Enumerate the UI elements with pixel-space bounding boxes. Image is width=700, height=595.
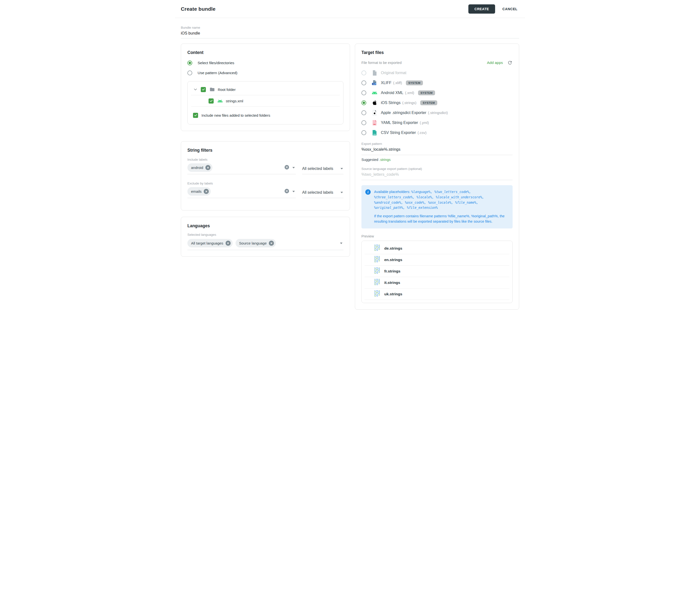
svg-text:LIFF: LIFF <box>373 83 377 85</box>
chip-android-label: android <box>191 166 203 170</box>
system-badge: SYSTEM <box>418 90 435 95</box>
preview-box: de.strings en.strings fr.strings it.stri… <box>361 240 513 303</box>
preview-file-row: fr.strings <box>362 266 512 277</box>
format-radio[interactable] <box>361 90 366 95</box>
include-new-files-row[interactable]: Include new files added to selected fold… <box>188 112 343 119</box>
language-chip[interactable]: All target languages ✕ <box>187 239 233 248</box>
preview-divider <box>365 300 509 300</box>
bundle-name-input[interactable]: iOS bundle <box>181 29 519 38</box>
apple-icon <box>372 100 377 106</box>
strings-file-icon <box>374 290 380 298</box>
cancel-button[interactable]: CANCEL <box>501 7 519 11</box>
tree-row-root-folder[interactable]: Root folder <box>188 84 343 95</box>
exclude-labels-caret-icon[interactable] <box>292 191 295 192</box>
export-pattern-label: Export pattern <box>361 142 513 146</box>
chevron-down-icon[interactable] <box>193 87 198 92</box>
language-chip-label: All target languages <box>191 241 223 245</box>
language-chip[interactable]: Source language ✕ <box>235 239 276 248</box>
format-option-xliff[interactable]: XLIFF XLIFF (.xliff) SYSTEM <box>361 78 513 88</box>
languages-card: Languages Selected languages All target … <box>181 217 350 257</box>
radio-use-pattern-control[interactable] <box>187 70 192 75</box>
include-new-files-checkbox[interactable] <box>193 113 198 118</box>
selected-languages-label: Selected languages <box>187 233 343 236</box>
refresh-icon[interactable] <box>507 60 513 65</box>
format-list: Original format XLIFF XLIFF (.xliff) SYS… <box>361 68 513 138</box>
format-option-ios-strings[interactable]: iOS Strings (.strings) SYSTEM <box>361 98 513 108</box>
string-filters-card: String filters Include labels android ✕ <box>181 141 350 210</box>
strings-file-icon <box>374 256 380 263</box>
android-icon <box>217 98 223 104</box>
preview-file-name: it.strings <box>384 281 400 285</box>
format-radio[interactable] <box>361 110 366 115</box>
format-radio <box>361 70 366 75</box>
add-apps-link[interactable]: Add apps <box>487 60 503 65</box>
radio-use-pattern[interactable]: Use pattern (Advanced) <box>187 70 343 75</box>
format-option-yaml-string-exporter[interactable]: YML YAML String Exporter (.yml) <box>361 118 513 128</box>
svg-text:CSV: CSV <box>373 134 376 135</box>
radio-select-files[interactable]: Select files/directories <box>187 60 343 65</box>
suggested-line: Suggested .strings <box>361 158 513 162</box>
info-icon: i <box>365 189 371 195</box>
exclude-labels-mode-select[interactable]: All selected labels <box>302 190 343 198</box>
export-pattern-input[interactable]: %osx_locale%.strings <box>361 146 513 155</box>
clear-exclude-labels-icon[interactable] <box>284 188 289 195</box>
preview-file-name: uk.strings <box>384 292 402 296</box>
tree-row-strings-xml[interactable]: strings.xml <box>188 95 343 107</box>
include-labels-caret-icon[interactable] <box>292 167 295 168</box>
exclude-labels-mode-value: All selected labels <box>302 190 333 195</box>
preview-file-name: de.strings <box>384 246 402 251</box>
bundle-name-label: Bundle name <box>181 26 519 29</box>
preview-file-name: en.strings <box>384 258 402 262</box>
placeholders-info-box: i Available placeholders: %language%, %t… <box>361 185 513 228</box>
android-icon <box>372 90 377 96</box>
format-option-android-xml[interactable]: Android XML (.xml) SYSTEM <box>361 88 513 98</box>
format-option-original-format: Original format <box>361 68 513 78</box>
include-labels-input[interactable]: android ✕ <box>187 161 296 174</box>
languages-caret-icon[interactable] <box>340 243 342 244</box>
include-labels-mode-value: All selected labels <box>302 167 333 171</box>
preview-file-row: uk.strings <box>362 288 512 300</box>
target-files-title: Target files <box>361 50 513 55</box>
source-pattern-field: Source language export pattern (optional… <box>361 167 513 180</box>
info-note: If the export pattern contains filename … <box>374 214 508 224</box>
include-labels-label: Include labels <box>187 158 343 161</box>
source-pattern-input[interactable]: %two_letters_code% <box>361 171 513 180</box>
language-chip-label: Source language <box>239 241 267 245</box>
source-pattern-label: Source language export pattern (optional… <box>361 167 513 171</box>
language-chip-remove-icon[interactable]: ✕ <box>269 240 274 246</box>
format-radio[interactable] <box>361 130 366 135</box>
radio-use-pattern-label: Use pattern (Advanced) <box>198 71 237 75</box>
info-text: Available placeholders: %language%, %two… <box>374 189 508 224</box>
format-option-apple-stringsdict-exporter[interactable]: Apple .stringsdict Exporter (.stringsdic… <box>361 108 513 118</box>
chip-android-remove-icon[interactable]: ✕ <box>205 165 211 170</box>
export-pattern-field: Export pattern %osx_locale%.strings <box>361 142 513 155</box>
strings-xml-checkbox[interactable] <box>208 98 214 104</box>
suggested-label: Suggested <box>361 158 378 162</box>
stringsdict-icon <box>372 110 377 116</box>
suggested-value[interactable]: .strings <box>379 158 391 162</box>
language-chip-remove-icon[interactable]: ✕ <box>226 240 231 246</box>
format-radio[interactable] <box>361 120 366 125</box>
file-icon <box>372 70 377 76</box>
strings-file-icon <box>374 279 380 286</box>
root-folder-checkbox[interactable] <box>201 87 206 92</box>
radio-select-files-control[interactable] <box>187 60 192 65</box>
languages-title: Languages <box>187 223 343 228</box>
exclude-labels-input[interactable]: emails ✕ <box>187 185 296 198</box>
radio-select-files-label: Select files/directories <box>198 61 234 65</box>
format-radio[interactable] <box>361 81 366 85</box>
include-labels-mode-select[interactable]: All selected labels <box>302 167 343 174</box>
create-button[interactable]: CREATE <box>468 4 495 13</box>
content-title: Content <box>187 50 343 55</box>
clear-include-labels-icon[interactable] <box>284 165 289 171</box>
chip-emails-remove-icon[interactable]: ✕ <box>204 189 209 194</box>
chip-emails[interactable]: emails ✕ <box>187 187 211 196</box>
strings-file-icon <box>374 267 380 275</box>
format-radio[interactable] <box>361 101 366 105</box>
format-option-csv-string-exporter[interactable]: CSV CSV String Exporter (.csv) <box>361 128 513 138</box>
selected-languages-input[interactable]: All target languages ✕ Source language ✕ <box>187 237 343 250</box>
svg-text:YML: YML <box>373 123 376 125</box>
chip-emails-label: emails <box>191 189 201 194</box>
chip-android[interactable]: android ✕ <box>187 163 213 172</box>
system-badge: SYSTEM <box>420 101 437 105</box>
